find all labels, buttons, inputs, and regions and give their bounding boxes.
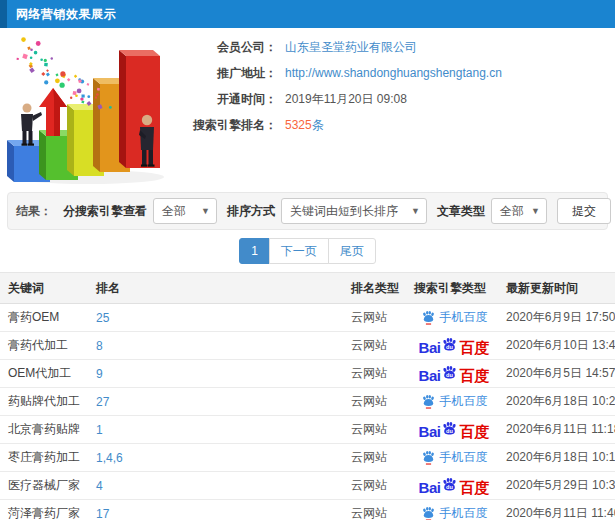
table-row: 枣庄膏药加工1,4,6云网站 手机百度2020年6月18日 10:19 — [0, 444, 615, 472]
caret-down-icon: ▼ — [195, 206, 210, 216]
member-company-link[interactable]: 山东皇圣堂药业有限公司 — [285, 39, 417, 56]
rank-type-cell: 云网站 — [345, 421, 408, 438]
svg-text:du: du — [447, 344, 454, 350]
keyword-cell: 膏药OEM — [0, 309, 88, 326]
table-row: 药贴牌代加工27云网站 手机百度2020年6月18日 10:25 — [0, 388, 615, 416]
keyword-cell: 膏药代加工 — [0, 337, 88, 354]
page-1-button[interactable]: 1 — [239, 238, 270, 264]
last-page-button[interactable]: 尾页 — [328, 238, 376, 264]
update-time-cell: 2020年6月11日 11:18 — [500, 421, 615, 438]
table-row: 医疗器械厂家4云网站Bai du 百度2020年5月29日 10:32 — [0, 472, 615, 500]
col-engine-type: 搜索引擎类型 — [408, 280, 500, 297]
open-time-value: 2019年11月20日 09:08 — [285, 91, 407, 108]
table-header-row: 关键词 排名 排名类型 搜索引擎类型 最新更新时间 — [0, 272, 615, 304]
update-time-cell: 2020年6月11日 11:40 — [500, 505, 615, 520]
sort-filter-label: 排序方式 — [227, 203, 275, 220]
caret-down-icon: ▼ — [525, 206, 540, 216]
next-page-button[interactable]: 下一页 — [269, 238, 329, 264]
keyword-cell: 医疗器械厂家 — [0, 477, 88, 494]
keyword-cell: 北京膏药贴牌 — [0, 421, 88, 438]
open-time-label: 开通时间： — [185, 91, 277, 108]
article-type-label: 文章类型 — [437, 203, 485, 220]
rank-type-cell: 云网站 — [345, 309, 408, 326]
keyword-cell: 菏泽膏药厂家 — [0, 505, 88, 520]
baidu-mobile-logo: 手机百度 — [421, 393, 488, 410]
rank-type-cell: 云网站 — [345, 449, 408, 466]
baidu-pc-logo: Bai du 百度 — [419, 337, 490, 355]
company-info-fields: 会员公司： 山东皇圣堂药业有限公司 推广地址： http://www.shand… — [185, 28, 502, 190]
rank-link[interactable]: 1 — [88, 423, 345, 437]
open-time-row: 开通时间： 2019年11月20日 09:08 — [185, 90, 502, 108]
article-type-select[interactable]: 全部 ▼ — [491, 198, 547, 224]
caret-down-icon: ▼ — [405, 206, 420, 216]
rank-count-unit[interactable]: 条 — [312, 118, 324, 132]
submit-button[interactable]: 提交 — [557, 198, 611, 224]
update-time-cell: 2020年6月10日 13:40 — [500, 337, 615, 354]
col-update-time: 最新更新时间 — [500, 280, 615, 297]
rank-link[interactable]: 8 — [88, 339, 345, 353]
bar-chart-illustration — [0, 28, 185, 188]
baidu-mobile-label: 手机百度 — [440, 449, 488, 466]
update-time-cell: 2020年6月5日 14:57 — [500, 365, 615, 382]
keyword-cell: 枣庄膏药加工 — [0, 449, 88, 466]
update-time-cell: 2020年6月18日 10:19 — [500, 449, 615, 466]
rank-type-cell: 云网站 — [345, 365, 408, 382]
info-panel: 会员公司： 山东皇圣堂药业有限公司 推广地址： http://www.shand… — [0, 28, 615, 190]
engine-cell: 手机百度 — [408, 449, 500, 466]
rank-type-cell: 云网站 — [345, 505, 408, 520]
baidu-pc-logo: Bai du 百度 — [419, 477, 490, 495]
baidu-mobile-logo: 手机百度 — [421, 505, 488, 520]
rank-link[interactable]: 4 — [88, 479, 345, 493]
page-title: 网络营销效果展示 — [16, 6, 116, 23]
engine-select-value: 全部 — [162, 203, 186, 220]
svg-text:du: du — [447, 372, 454, 378]
page-header: 网络营销效果展示 — [0, 0, 615, 28]
rank-type-cell: 云网站 — [345, 337, 408, 354]
svg-text:du: du — [447, 484, 454, 490]
rank-link[interactable]: 25 — [88, 311, 345, 325]
table-body: 膏药OEM25云网站 手机百度2020年6月9日 17:50膏药代加工8云网站B… — [0, 304, 615, 520]
baidu-mobile-label: 手机百度 — [440, 505, 488, 520]
table-row: 膏药代加工8云网站Bai du 百度2020年6月10日 13:40 — [0, 332, 615, 360]
pagination-section: 1 下一页 尾页 — [0, 230, 615, 272]
results-table: 关键词 排名 排名类型 搜索引擎类型 最新更新时间 膏药OEM25云网站 手机百… — [0, 272, 615, 520]
col-rank: 排名 — [88, 280, 345, 297]
rank-count-row: 搜索引擎排名： 5325条 — [185, 116, 502, 134]
baidu-mobile-logo: 手机百度 — [421, 309, 488, 326]
update-time-cell: 2020年6月9日 17:50 — [500, 309, 615, 326]
member-company-label: 会员公司： — [185, 39, 277, 56]
engine-cell: Bai du 百度 — [408, 365, 500, 383]
sort-select-value: 关键词由短到长排序 — [290, 203, 398, 220]
promo-url-row: 推广地址： http://www.shandonghuangshengtang.… — [185, 64, 502, 82]
rank-count-number: 5325 — [285, 118, 312, 132]
engine-cell: Bai du 百度 — [408, 421, 500, 439]
up-arrow-icon — [39, 88, 67, 136]
filter-bar: 结果： 分搜索引擎查看 全部 ▼ 排序方式 关键词由短到长排序 ▼ 文章类型 全… — [7, 192, 608, 230]
baidu-pc-logo: Bai du 百度 — [419, 421, 490, 439]
engine-select[interactable]: 全部 ▼ — [153, 198, 217, 224]
rank-link[interactable]: 9 — [88, 367, 345, 381]
rank-type-cell: 云网站 — [345, 477, 408, 494]
col-rank-type: 排名类型 — [345, 280, 408, 297]
promo-url-link[interactable]: http://www.shandonghuangshengtang.cn — [285, 66, 502, 80]
engine-filter-label: 分搜索引擎查看 — [63, 203, 147, 220]
rank-link[interactable]: 1,4,6 — [88, 451, 345, 465]
table-row: OEM代加工9云网站Bai du 百度2020年6月5日 14:57 — [0, 360, 615, 388]
rank-link[interactable]: 27 — [88, 395, 345, 409]
baidu-mobile-label: 手机百度 — [440, 309, 488, 326]
svg-text:du: du — [447, 428, 454, 434]
sort-select[interactable]: 关键词由短到长排序 ▼ — [281, 198, 427, 224]
rank-link[interactable]: 17 — [88, 507, 345, 520]
update-time-cell: 2020年6月18日 10:25 — [500, 393, 615, 410]
filter-controls: 分搜索引擎查看 全部 ▼ 排序方式 关键词由短到长排序 ▼ 文章类型 全部 ▼ … — [63, 198, 599, 224]
result-label: 结果： — [16, 203, 52, 220]
baidu-pc-logo: Bai du 百度 — [419, 365, 490, 383]
growth-chart-graphic — [0, 28, 185, 188]
engine-cell: Bai du 百度 — [408, 477, 500, 495]
promo-url-label: 推广地址： — [185, 65, 277, 82]
table-row: 菏泽膏药厂家17云网站 手机百度2020年6月11日 11:40 — [0, 500, 615, 520]
pagination: 1 下一页 尾页 — [239, 238, 376, 264]
table-row: 北京膏药贴牌1云网站Bai du 百度2020年6月11日 11:18 — [0, 416, 615, 444]
baidu-mobile-label: 手机百度 — [440, 393, 488, 410]
header-left-edge — [0, 0, 7, 28]
